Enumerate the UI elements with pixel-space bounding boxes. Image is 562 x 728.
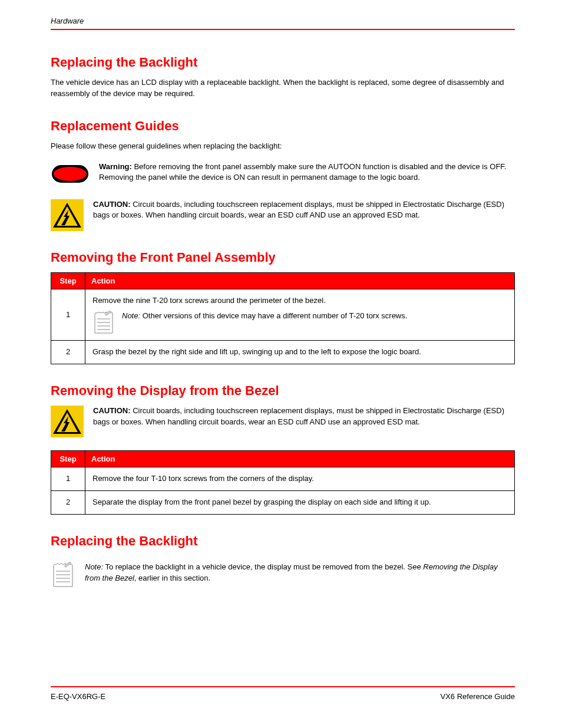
table-row: 1 Remove the nine T-20 torx screws aroun… <box>51 289 515 341</box>
footer-left: E-EQ-VX6RG-E <box>51 692 105 701</box>
section-title-backlight: Replacing the Backlight <box>51 55 515 70</box>
footer: E-EQ-VX6RG-E VX6 Reference Guide <box>51 686 515 701</box>
esd-icon <box>51 406 84 437</box>
table-remove-bezel: Step Action 1 Remove the four T-10 torx … <box>51 450 515 515</box>
cell-action: Grasp the bezel by the right side and li… <box>85 341 515 364</box>
note-label: Note: <box>85 562 103 571</box>
esd-label-1: CAUTION: <box>93 200 133 209</box>
warning-body: Before removing the front panel assembly… <box>99 162 506 182</box>
cell-note: Note: Other versions of this device may … <box>92 311 507 334</box>
th-action: Action <box>85 272 515 289</box>
cell-action: Remove the four T-10 torx screws from th… <box>85 467 515 491</box>
section-title-remove-bezel: Removing the Display from the Bezel <box>51 383 515 398</box>
table-row: 2 Separate the display from the front pa… <box>51 491 515 515</box>
cell-note-label: Note: <box>122 311 140 320</box>
esd-body-2: Circuit boards, including touchscreen re… <box>93 406 504 426</box>
note-icon <box>92 311 115 334</box>
running-head: Hardware <box>51 17 515 25</box>
note-lead: To replace the backlight in a vehicle de… <box>105 562 423 571</box>
warning-label: Warning: <box>99 162 134 171</box>
esd-block-2: CAUTION: Circuit boards, including touch… <box>51 406 515 437</box>
note-block: Note: To replace the backlight in a vehi… <box>51 562 515 588</box>
section-title-remove-panel: Removing the Front Panel Assembly <box>51 250 515 265</box>
cell-note-body: Other versions of this device may have a… <box>143 311 408 320</box>
cell-note-text: Note: Other versions of this device may … <box>122 311 507 321</box>
esd-block-1: CAUTION: Circuit boards, including touch… <box>51 199 515 231</box>
header-rule <box>51 29 515 30</box>
esd-body-1: Circuit boards, including touchscreen re… <box>93 200 504 220</box>
note-icon <box>51 562 75 588</box>
esd-label-2: CAUTION: <box>93 406 133 415</box>
warning-icon <box>51 162 90 186</box>
table-row: 1 Remove the four T-10 torx screws from … <box>51 467 515 491</box>
table-remove-panel: Step Action 1 Remove the nine T-20 torx … <box>51 272 515 365</box>
cell-action: Separate the display from the front pane… <box>85 491 515 515</box>
note-tail: , earlier in this section. <box>134 574 210 582</box>
cell-step-num: 2 <box>51 491 85 515</box>
cell-step-num: 1 <box>51 289 85 341</box>
para-guides-intro: Please follow these general guidelines w… <box>51 141 515 152</box>
para-backlight: The vehicle device has an LCD display wi… <box>51 77 515 100</box>
warning-text: Warning: Before removing the front panel… <box>99 162 515 184</box>
cell-step-num: 2 <box>51 341 85 364</box>
section-title-guides: Replacement Guides <box>51 118 515 134</box>
warning-block: Warning: Before removing the front panel… <box>51 162 515 186</box>
th-step: Step <box>51 272 85 289</box>
cell-action: Remove the nine T-20 torx screws around … <box>85 289 515 341</box>
section-title-replace-backlight-2: Replacing the Backlight <box>51 533 515 549</box>
th-step: Step <box>51 451 85 467</box>
esd-text-2: CAUTION: Circuit boards, including touch… <box>93 406 515 428</box>
table-row: 2 Grasp the bezel by the right side and … <box>51 341 515 364</box>
svg-point-1 <box>54 167 87 181</box>
cell-action-text: Remove the nine T-20 torx screws around … <box>92 295 507 307</box>
cell-step-num: 1 <box>51 467 85 491</box>
footer-right: VX6 Reference Guide <box>441 692 515 701</box>
esd-text-1: CAUTION: Circuit boards, including touch… <box>93 199 515 222</box>
note-text: Note: To replace the backlight in a vehi… <box>85 562 515 584</box>
footer-rule <box>51 686 515 687</box>
esd-icon <box>51 199 84 231</box>
th-action: Action <box>85 451 515 467</box>
